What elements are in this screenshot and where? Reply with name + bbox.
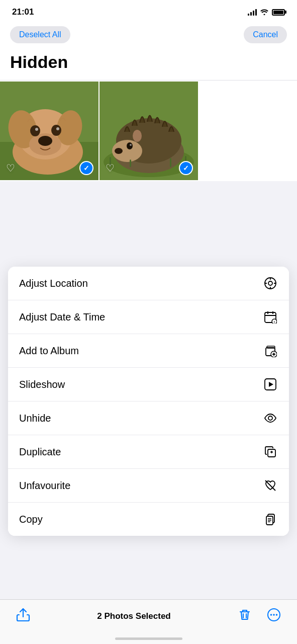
copy-label: Copy xyxy=(19,514,43,525)
bottom-spacer xyxy=(0,536,297,581)
heart-slash-icon xyxy=(263,478,278,493)
more-button[interactable] xyxy=(263,606,285,627)
wifi-icon xyxy=(260,8,269,17)
svg-rect-39 xyxy=(267,346,275,348)
play-icon xyxy=(263,377,278,392)
svg-rect-23 xyxy=(130,159,131,167)
menu-item-slideshow[interactable]: Slideshow xyxy=(8,368,289,401)
adjust-location-label: Adjust Location xyxy=(19,278,88,289)
svg-marker-44 xyxy=(269,382,273,387)
selection-check-dog xyxy=(79,161,93,175)
location-icon xyxy=(263,276,278,291)
photo-grid: ♡ xyxy=(0,80,297,181)
home-indicator xyxy=(115,637,182,640)
delete-button[interactable] xyxy=(234,606,256,627)
slideshow-label: Slideshow xyxy=(19,379,65,390)
adjust-date-time-label: Adjust Date & Time xyxy=(19,311,105,323)
svg-point-7 xyxy=(38,136,52,146)
selected-count-text: 2 Photos Selected xyxy=(97,611,170,621)
page-title-bar: Hidden xyxy=(0,50,297,80)
trash-icon xyxy=(238,608,252,622)
svg-text:!: ! xyxy=(274,320,275,324)
menu-item-adjust-date-time[interactable]: Adjust Date & Time ! xyxy=(8,300,289,334)
favorite-heart-icon: ♡ xyxy=(6,162,15,174)
signal-icon xyxy=(248,9,257,16)
cancel-button[interactable]: Cancel xyxy=(244,26,287,43)
deselect-all-button[interactable]: Deselect All xyxy=(10,26,70,43)
status-time: 21:01 xyxy=(12,7,34,17)
share-button[interactable] xyxy=(12,606,34,627)
more-icon xyxy=(267,608,281,622)
battery-icon xyxy=(272,9,285,16)
menu-item-add-to-album[interactable]: Add to Album xyxy=(8,334,289,368)
svg-point-21 xyxy=(133,130,142,142)
menu-item-unfavourite[interactable]: Unfavourite xyxy=(8,469,289,503)
context-menu: Adjust Location Adjust Date & Time xyxy=(8,267,289,536)
status-icons xyxy=(248,8,285,17)
svg-point-11 xyxy=(56,127,59,130)
svg-point-18 xyxy=(115,148,123,154)
svg-point-20 xyxy=(130,144,132,146)
eye-icon xyxy=(263,411,278,426)
svg-point-10 xyxy=(35,128,38,131)
svg-point-19 xyxy=(127,142,133,149)
svg-point-58 xyxy=(270,614,272,616)
add-album-icon xyxy=(263,343,278,358)
duplicate-label: Duplicate xyxy=(19,446,61,458)
status-bar: 21:01 xyxy=(0,0,297,21)
favorite-heart-icon-2: ♡ xyxy=(106,162,115,174)
nav-bar: Deselect All Cancel xyxy=(0,21,297,50)
menu-item-adjust-location[interactable]: Adjust Location xyxy=(8,267,289,300)
menu-item-unhide[interactable]: Unhide xyxy=(8,401,289,435)
svg-point-60 xyxy=(276,614,278,616)
unhide-label: Unhide xyxy=(19,413,51,424)
svg-rect-24 xyxy=(170,158,171,167)
svg-point-9 xyxy=(51,125,61,136)
photo-item-dog[interactable]: ♡ xyxy=(0,82,98,180)
selection-check-hedgehog xyxy=(179,161,193,175)
svg-point-8 xyxy=(30,125,40,136)
duplicate-icon xyxy=(263,444,278,459)
menu-item-duplicate[interactable]: Duplicate xyxy=(8,435,289,469)
unfavourite-label: Unfavourite xyxy=(19,480,70,492)
svg-point-27 xyxy=(268,281,272,285)
menu-item-copy[interactable]: Copy xyxy=(8,503,289,536)
add-to-album-label: Add to Album xyxy=(19,345,79,357)
photo-item-hedgehog[interactable]: ♡ xyxy=(100,82,198,180)
svg-point-59 xyxy=(273,614,275,616)
copy-icon xyxy=(263,512,278,527)
page-title: Hidden xyxy=(10,52,287,72)
svg-point-45 xyxy=(268,416,272,420)
share-icon xyxy=(16,608,30,622)
calendar-icon: ! xyxy=(263,309,278,325)
spacer xyxy=(0,181,297,267)
